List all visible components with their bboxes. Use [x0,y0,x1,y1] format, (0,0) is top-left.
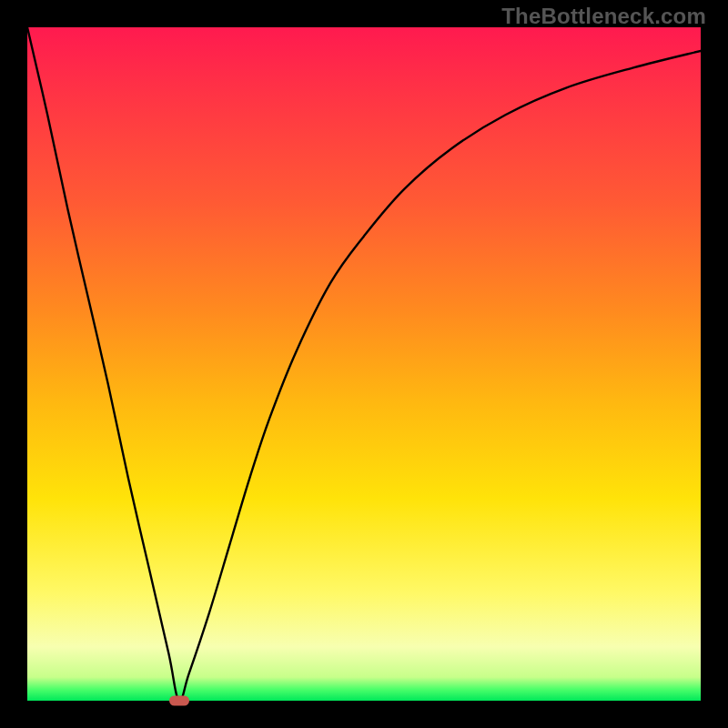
curve-svg [27,27,701,701]
chart-frame: TheBottleneck.com [0,0,728,728]
minimum-marker [169,696,189,706]
bottleneck-curve-path [27,27,701,701]
plot-area [27,27,701,701]
watermark-text: TheBottleneck.com [501,4,706,29]
